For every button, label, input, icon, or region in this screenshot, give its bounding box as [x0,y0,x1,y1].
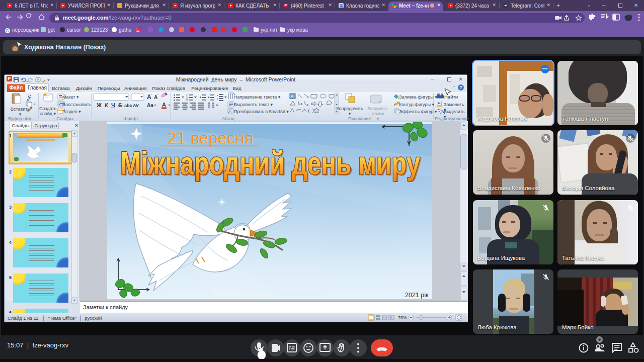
svg-text:А: А [162,102,166,108]
svg-text:21 вересня: 21 вересня [168,129,254,147]
svg-text:2021 рік: 2021 рік [405,292,429,299]
svg-text:3: 3 [186,99,188,102]
svg-text:Міжнародний день миру: Міжнародний день миру [120,145,420,182]
svg-text:К: К [105,102,109,108]
svg-text:ˆ: ˆ [151,94,152,98]
svg-text:abc: abc [124,103,132,108]
svg-text:ˇ: ˇ [157,94,159,98]
svg-text:76%: 76% [398,315,407,320]
svg-text:A: A [291,94,294,99]
svg-text:Ж: Ж [96,102,102,108]
svg-text:S: S [118,102,122,108]
svg-text:Аа: Аа [147,103,153,108]
svg-text:Ч: Ч [111,102,115,108]
svg-text:AV: AV [133,103,139,108]
